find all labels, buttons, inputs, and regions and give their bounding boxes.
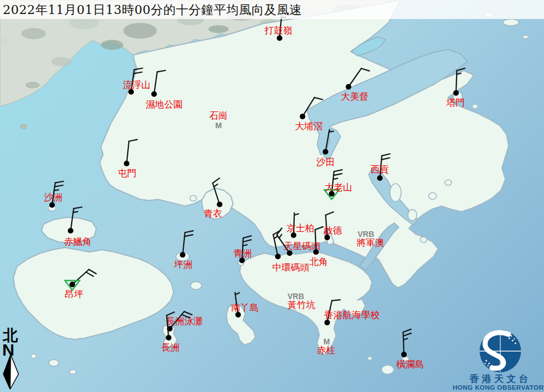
station-label-central-pier: 中環碼頭 xyxy=(272,262,310,273)
station-label-stanley: 赤柱 xyxy=(317,345,336,356)
station-label-tseung-kwan-o: 將軍澳 xyxy=(356,237,384,248)
hko-logo-chinese: 香港天文台 xyxy=(469,373,531,384)
wind-barb-feather xyxy=(403,329,411,332)
hko-logo: 香港天文台 HONG KONG OBSERVATORY xyxy=(453,330,544,391)
island-hei-ling-chau xyxy=(190,282,202,290)
weather-map-page: 打鼓嶺流浮山濕地公園M石崗大埔滘大美督塔門沙田西貢大老山屯門沙洲赤鱲角青衣青洲京… xyxy=(0,0,544,392)
island-po-toi xyxy=(382,365,394,374)
station-dot xyxy=(217,202,222,207)
north-compass: 北 N xyxy=(2,326,18,389)
station-dot xyxy=(69,282,75,287)
station-dot xyxy=(453,90,459,96)
station-label-wong-chuk-hang: 黃竹坑 xyxy=(287,300,315,310)
wind-barb-feather xyxy=(243,236,251,238)
station-label-lau-fau-shan: 流浮山 xyxy=(123,80,151,90)
station-dot xyxy=(277,35,282,41)
station-label-green-island: 青洲 xyxy=(234,248,252,259)
station-dot xyxy=(377,175,383,181)
station-dot xyxy=(166,335,171,340)
station-label-sai-kung: 西貢 xyxy=(371,164,389,175)
hong-kong-wind-map: 打鼓嶺流浮山濕地公園M石崗大埔滘大美督塔門沙田西貢大老山屯門沙洲赤鱲角青衣青洲京… xyxy=(0,0,544,392)
station-label-tai-mei-tuk: 大美督 xyxy=(341,91,369,102)
station-label-cheung-chau: 長洲 xyxy=(161,342,180,353)
station-label-kai-tak: 啟德 xyxy=(324,225,343,236)
station-sha-chau: 沙洲 xyxy=(44,181,64,208)
wind-barb-shaft xyxy=(315,230,316,252)
station-dot xyxy=(124,161,129,166)
station-flag-shek-kong: M xyxy=(215,121,222,130)
station-label-shek-kong: 石崗 xyxy=(210,110,228,121)
wind-barb-feather xyxy=(184,311,192,315)
station-dot xyxy=(346,84,351,90)
station-dot xyxy=(324,320,330,325)
wind-barb-feather xyxy=(403,338,408,340)
hko-logo-english: HONG KONG OBSERVATORY xyxy=(453,384,544,391)
station-label-sha-tin: 沙田 xyxy=(317,157,335,167)
station-label-ta-kwu-ling: 打鼓嶺 xyxy=(264,25,292,36)
station-dot xyxy=(401,352,407,357)
north-arrow-icon xyxy=(3,354,18,389)
wind-barb-feather xyxy=(55,181,64,183)
station-label-tap-mun: 塔門 xyxy=(447,97,465,108)
station-label-tai-po-kau: 大埔滘 xyxy=(295,121,323,132)
station-label-north-point: 北角 xyxy=(309,256,328,267)
station-dot xyxy=(300,114,305,119)
wind-barb-feather xyxy=(184,235,193,236)
map-title: 2022年11月01日13時00分的十分鐘平均風向及風速 xyxy=(3,2,302,18)
station-label-ngong-ping: 昂坪 xyxy=(65,289,84,300)
station-label-wetland-park: 濕地公園 xyxy=(146,99,183,110)
station-dot xyxy=(323,149,328,155)
station-cheung-chau-beach: 長洲泳灘 xyxy=(166,311,203,332)
station-label-tuen-mun: 屯門 xyxy=(118,168,137,179)
wind-barb-feather xyxy=(74,207,82,209)
station-dot xyxy=(68,228,73,234)
wind-barb-feather xyxy=(73,212,78,212)
station-label-tates-cairn: 大老山 xyxy=(324,182,352,193)
station-dot xyxy=(275,254,281,259)
wind-barb-feather xyxy=(243,240,251,242)
wind-barb-feather xyxy=(185,231,193,232)
station-label-tsing-yi: 青衣 xyxy=(204,208,222,219)
station-label-lamma-island: 南丫島 xyxy=(231,302,259,313)
compass-n-label: N xyxy=(2,340,15,359)
station-label-kings-park: 京士柏 xyxy=(286,223,314,234)
station-waglan-island: 橫瀾島 xyxy=(396,329,424,370)
station-label-cheung-chau-beach: 長洲泳灘 xyxy=(166,316,203,326)
station-label-hk-sea-school: 香港航海學校 xyxy=(324,310,380,320)
station-label-chek-lap-kok: 赤鱲角 xyxy=(64,236,92,247)
wind-barb-feather xyxy=(403,333,411,336)
station-label-waglan-island: 橫瀾島 xyxy=(396,359,424,370)
wind-barb-feather xyxy=(54,190,59,190)
wind-barb-feather xyxy=(329,131,333,132)
wind-barb-feather xyxy=(55,185,63,187)
wind-barb-feather xyxy=(167,312,175,315)
wind-barb-feather xyxy=(332,300,340,301)
station-dot xyxy=(151,91,157,97)
station-dot xyxy=(313,249,319,255)
station-label-peng-chau: 坪洲 xyxy=(174,259,193,270)
wind-barb-feather xyxy=(235,293,239,295)
station-label-sha-chau: 沙洲 xyxy=(44,192,63,203)
station-peng-chau: 坪洲 xyxy=(174,231,193,270)
station-dot xyxy=(49,202,55,208)
station-dot xyxy=(180,252,185,258)
land-lantau xyxy=(13,248,174,339)
island-ma-wan xyxy=(190,195,197,201)
